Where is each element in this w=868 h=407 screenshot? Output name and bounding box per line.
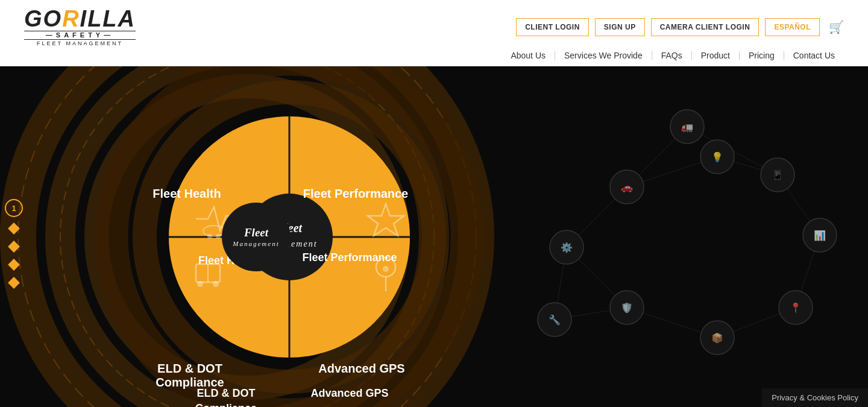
privacy-bar[interactable]: Privacy & Cookies Policy (762, 388, 868, 407)
hero-section: 🚛 📱 📊 🚗 ⚙️ 🛡️ 📦 📍 💡 🔧 1 (0, 66, 868, 407)
indicator-number: 1 (5, 199, 23, 217)
svg-text:📦: 📦 (711, 332, 723, 344)
logo: GORILLA —SAFETY— FLEET MANAGEMENT (24, 7, 136, 46)
nav-pricing[interactable]: Pricing (740, 51, 784, 60)
background-tech: 🚛 📱 📊 🚗 ⚙️ 🛡️ 📦 📍 💡 🔧 (506, 66, 868, 407)
svg-point-50 (213, 281, 219, 287)
logo-safety: —SAFETY— (24, 31, 136, 40)
svg-text:🔧: 🔧 (549, 314, 561, 326)
header-nav: About Us Services We Provide FAQs Produc… (0, 51, 868, 66)
svg-text:📱: 📱 (772, 169, 784, 181)
cart-icon[interactable]: 🛒 (829, 20, 844, 34)
svg-text:🛡️: 🛡️ (621, 302, 633, 314)
svg-point-53 (383, 266, 389, 272)
header-top: GORILLA —SAFETY— FLEET MANAGEMENT CLIENT… (0, 0, 868, 51)
svg-text:Compliance: Compliance (195, 402, 257, 408)
nav-contact-us[interactable]: Contact Us (784, 51, 844, 60)
indicator-diamond-1 (8, 222, 20, 235)
logo-gorilla: GORILLA (24, 7, 136, 30)
camera-client-login-button[interactable]: CAMERA CLIENT LOGIN (651, 18, 760, 36)
logo-fleet: FLEET MANAGEMENT (24, 41, 136, 46)
svg-text:Fleet Performance: Fleet Performance (302, 251, 397, 263)
svg-text:Advanced GPS: Advanced GPS (310, 387, 388, 399)
svg-point-45 (216, 234, 221, 239)
client-login-button[interactable]: CLIENT LOGIN (516, 18, 589, 36)
svg-point-44 (207, 234, 212, 239)
svg-text:💡: 💡 (711, 151, 723, 163)
quadrant-fleet-performance: Fleet Performance (295, 187, 416, 201)
espanol-button[interactable]: ESPAÑOL (765, 18, 820, 36)
svg-text:⚙️: ⚙️ (561, 242, 573, 253)
nav-product[interactable]: Product (692, 51, 740, 60)
svg-text:🚗: 🚗 (621, 181, 633, 193)
side-indicators: 1 (5, 199, 23, 289)
logo-text: GORILLA —SAFETY— FLEET MANAGEMENT (24, 7, 136, 46)
svg-point-49 (197, 281, 203, 287)
sign-up-button[interactable]: SIGN UP (595, 18, 645, 36)
nav-about-us[interactable]: About Us (502, 51, 555, 60)
indicator-diamond-3 (8, 259, 20, 271)
header: GORILLA —SAFETY— FLEET MANAGEMENT CLIENT… (0, 0, 868, 66)
svg-text:🚛: 🚛 (681, 121, 693, 133)
indicator-diamond-4 (8, 277, 20, 289)
quadrant-advanced-gps: Advanced GPS (301, 362, 422, 376)
indicator-diamond-2 (8, 241, 20, 253)
quadrant-fleet-health: Fleet Health (133, 187, 241, 201)
nav-faqs[interactable]: FAQs (652, 51, 692, 60)
center-circle: Fleet Management (222, 203, 291, 271)
quadrant-eld-dot: ELD & DOT Compliance (130, 362, 250, 390)
svg-text:📍: 📍 (790, 302, 802, 314)
svg-text:📊: 📊 (814, 230, 826, 241)
nav-services[interactable]: Services We Provide (555, 51, 652, 60)
